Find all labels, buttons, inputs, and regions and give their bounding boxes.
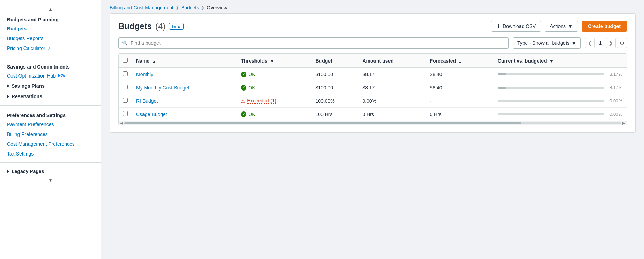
table-row: My Monthly Cost Budget✓ OK$100.00$8.17$8…: [119, 81, 627, 94]
budget-name-link-row-my-monthly-cost-budget[interactable]: My Monthly Cost Budget: [136, 85, 190, 91]
progress-pct-row-my-monthly-cost-budget: 8.17%: [608, 85, 622, 90]
scroll-right-arrow[interactable]: ▶: [622, 121, 625, 125]
row-checkbox-row-ri-budget[interactable]: [123, 98, 128, 103]
actions-button[interactable]: Actions ▼: [545, 21, 578, 32]
th-budget-label: Budget: [315, 58, 332, 64]
sidebar-item-tax-settings[interactable]: Tax Settings: [0, 149, 101, 159]
create-budget-button[interactable]: Create budget: [582, 21, 627, 32]
progress-cell-row-monthly: 8.17%: [494, 67, 627, 81]
sidebar-item-budgets-reports[interactable]: Budgets Reports: [0, 34, 101, 43]
external-link-icon: ↗: [47, 46, 51, 51]
breadcrumb-billing[interactable]: Billing and Cost Management: [110, 5, 173, 10]
sidebar-divider-1: [0, 57, 101, 57]
th-amount-used-label: Amount used: [362, 58, 393, 64]
table-row: Usage Budget✓ OK100 Hrs0 Hrs0 Hrs 0.00%: [119, 108, 627, 121]
sidebar-item-payment-preferences[interactable]: Payment Preferences: [0, 120, 101, 129]
sidebar-item-legacy-pages[interactable]: Legacy Pages: [0, 166, 101, 177]
budget-amount-row-my-monthly-cost-budget: $100.00: [311, 81, 358, 94]
table-scroll-wrapper: Name ▲ Thresholds ▼ Budget Amo: [118, 53, 627, 125]
select-all-checkbox[interactable]: [123, 58, 128, 63]
progress-track-row-monthly: [498, 73, 604, 75]
sidebar-item-cost-optimization-hub-label: Cost Optimization Hub: [7, 73, 56, 79]
progress-bar-group-row-monthly: 8.17%: [498, 72, 622, 77]
th-current-vs-budgeted-label: Current vs. budgeted: [498, 58, 547, 64]
horizontal-scrollbar[interactable]: ◀ ▶: [119, 121, 627, 125]
th-thresholds[interactable]: Thresholds ▼: [237, 54, 311, 68]
sidebar-item-savings-plans[interactable]: Savings Plans: [0, 81, 101, 91]
th-current-vs-budgeted-sort-icon: ▼: [550, 59, 554, 63]
scroll-left-arrow[interactable]: ◀: [120, 121, 123, 125]
progress-cell-row-usage-budget: 0.00%: [494, 108, 627, 121]
scroll-track[interactable]: [124, 122, 621, 124]
warn-icon-row-ri-budget: ⚠: [241, 98, 245, 104]
expand-icon-legacy-pages: [7, 170, 9, 173]
forecasted-row-my-monthly-cost-budget: $8.40: [425, 81, 493, 94]
actions-label: Actions: [550, 23, 566, 29]
budgets-panel: Budgets (4) Info ⬇ Download CSV Actions …: [110, 13, 636, 133]
panel-header: Budgets (4) Info ⬇ Download CSV Actions …: [118, 21, 627, 32]
status-ok-row-usage-budget: ✓ OK: [241, 111, 307, 117]
budget-name-link-row-ri-budget[interactable]: RI Budget: [136, 98, 158, 104]
progress-track-row-my-monthly-cost-budget: [498, 87, 604, 89]
scroll-thumb: [124, 122, 521, 124]
th-name[interactable]: Name ▲: [132, 54, 237, 68]
sidebar-item-budgets[interactable]: Budgets: [0, 24, 101, 34]
sidebar-item-legacy-pages-label: Legacy Pages: [12, 168, 44, 174]
sidebar-divider-3: [0, 162, 101, 163]
th-select-all: [119, 54, 132, 68]
progress-bar-group-row-usage-budget: 0.00%: [498, 111, 622, 117]
amount-used-row-ri-budget: 0.00%: [358, 94, 425, 108]
ok-icon-row-monthly: ✓: [241, 72, 246, 77]
exceeded-label-row-ri-budget: Exceeded (1): [247, 98, 276, 104]
budget-amount-row-ri-budget: 100.00%: [311, 94, 358, 108]
sidebar-item-reservations[interactable]: Reservations: [0, 91, 101, 102]
budget-name-link-row-usage-budget[interactable]: Usage Budget: [136, 111, 167, 117]
sidebar-item-cost-management-preferences[interactable]: Cost Management Preferences: [0, 139, 101, 149]
sidebar: ▲ Budgets and Planning Budgets Budgets R…: [0, 0, 101, 259]
next-page-button[interactable]: ❯: [606, 38, 616, 48]
progress-track-row-usage-budget: [498, 113, 604, 115]
search-box: 🔍: [118, 37, 509, 49]
amount-used-row-usage-budget: 0 Hrs: [358, 108, 425, 121]
panel-title-count: (4): [155, 21, 165, 31]
table-row: Monthly✓ OK$100.00$8.17$8.40 8.17%: [119, 67, 627, 81]
table-settings-button[interactable]: ⚙: [617, 38, 627, 48]
type-filter-dropdown-icon: ▼: [571, 40, 576, 46]
row-checkbox-row-my-monthly-cost-budget[interactable]: [123, 85, 128, 89]
th-name-label: Name: [136, 58, 149, 64]
sidebar-item-cost-optimization-hub[interactable]: Cost Optimization Hub New: [0, 71, 101, 81]
breadcrumb-overview: Overview: [207, 5, 227, 10]
budget-name-link-row-monthly[interactable]: Monthly: [136, 72, 153, 77]
breadcrumb-sep-1: ❯: [176, 5, 179, 10]
table-header-row: Name ▲ Thresholds ▼ Budget Amo: [119, 54, 627, 68]
progress-track-row-ri-budget: [498, 100, 604, 102]
type-filter-button[interactable]: Type - Show all budgets ▼: [513, 37, 581, 49]
th-amount-used: Amount used: [358, 54, 425, 68]
sidebar-section-budgets-planning: Budgets and Planning: [0, 13, 101, 24]
ok-icon-row-my-monthly-cost-budget: ✓: [241, 85, 246, 91]
sidebar-item-budgets-reports-label: Budgets Reports: [7, 36, 43, 41]
status-ok-row-monthly: ✓ OK: [241, 72, 307, 77]
sidebar-scroll-up[interactable]: ▲: [0, 6, 101, 13]
progress-cell-row-ri-budget: 0.00%: [494, 94, 627, 108]
row-checkbox-row-monthly[interactable]: [123, 71, 128, 76]
progress-cell-row-my-monthly-cost-budget: 8.17%: [494, 81, 627, 94]
info-button[interactable]: Info: [169, 23, 184, 30]
expand-icon-reservations: [7, 95, 9, 98]
filter-row: 🔍 Type - Show all budgets ▼ ❮ 1 ❯ ⚙: [118, 37, 627, 49]
breadcrumb-budgets[interactable]: Budgets: [181, 5, 199, 10]
content-area: Budgets (4) Info ⬇ Download CSV Actions …: [101, 13, 644, 259]
sidebar-item-billing-preferences[interactable]: Billing Preferences: [0, 129, 101, 139]
sidebar-item-pricing-calculator[interactable]: Pricing Calculator ↗: [0, 43, 101, 53]
sidebar-scroll-down[interactable]: ▼: [0, 177, 101, 184]
progress-fill-row-my-monthly-cost-budget: [498, 87, 506, 89]
expand-icon-savings-plans: [7, 84, 9, 88]
sidebar-section-savings: Savings and Commitments: [0, 60, 101, 71]
progress-bar-group-row-ri-budget: 0.00%: [498, 98, 622, 103]
row-checkbox-row-usage-budget[interactable]: [123, 111, 128, 116]
actions-dropdown-icon: ▼: [568, 23, 573, 29]
prev-page-button[interactable]: ❮: [585, 38, 595, 48]
th-current-vs-budgeted[interactable]: Current vs. budgeted ▼: [494, 54, 627, 68]
search-input[interactable]: [118, 37, 509, 49]
download-csv-button[interactable]: ⬇ Download CSV: [491, 21, 541, 32]
